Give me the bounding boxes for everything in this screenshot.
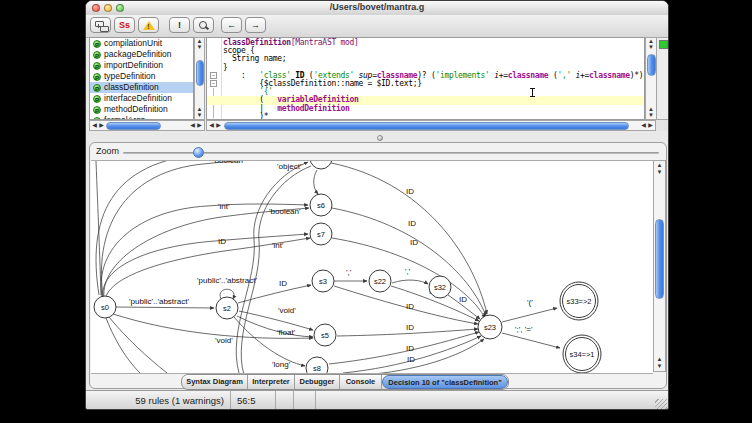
edge-label: 'public'..'abstract': [129, 297, 189, 306]
state-label: s3: [319, 277, 327, 286]
syntax-coloring-label: Ss: [119, 20, 130, 30]
ideas-button[interactable]: !: [169, 17, 190, 33]
dfa-edge: [116, 307, 214, 308]
decision-panel: Zoom 'boolean''object''int''boolean'ID'i…: [89, 142, 667, 389]
code-line[interactable]: classDefinition[MantraAST mod]: [223, 39, 644, 47]
state-label: s5: [321, 331, 329, 340]
resize-grip[interactable]: [655, 399, 667, 410]
state-label: s0: [101, 303, 109, 312]
sidebar-item-classDefinition[interactable]: PclassDefinition: [90, 82, 193, 93]
rule-name: classDefinition: [104, 82, 159, 92]
fold-gutter: − −: [207, 38, 222, 119]
parser-rule-icon: P: [93, 51, 101, 59]
window-title: /Users/bovet/mantra.g: [86, 2, 668, 12]
annotation-column: [656, 37, 669, 120]
edge-label: ID: [407, 355, 415, 364]
fold-marker[interactable]: −: [210, 72, 217, 79]
edge-label: 'long': [272, 360, 291, 369]
state-label: s2: [223, 304, 231, 313]
dfa-edge: [236, 162, 308, 373]
diagram-vscroll-thumb[interactable]: [655, 219, 664, 299]
rule-name: typeDefinition: [104, 71, 156, 81]
splitter-handle[interactable]: [377, 135, 383, 141]
code-line[interactable]: | methodDefinition: [223, 105, 644, 113]
back-button[interactable]: ←: [221, 17, 242, 33]
edge-label: ID: [406, 302, 414, 311]
zoom-slider[interactable]: [123, 152, 659, 154]
zoom-label: Zoom: [96, 146, 119, 156]
editor-hscrollbar[interactable]: ◀ ▶ ◀ ▶: [206, 120, 656, 131]
sidebar-hscrollbar[interactable]: ◀ ▶ ◀ ▶: [89, 120, 205, 131]
edge-label: 'float': [277, 328, 296, 337]
rule-name: methodDefinition: [104, 104, 168, 114]
rule-name: interfaceDefinition: [104, 93, 172, 103]
dfa-edge: [329, 332, 479, 364]
sidebar-item-methodDefinition[interactable]: PmethodDefinition: [90, 104, 193, 115]
state-label: s32: [434, 283, 446, 292]
sidebar-item-typeDefinition[interactable]: PtypeDefinition: [90, 71, 193, 82]
rules-view-button[interactable]: [90, 17, 111, 33]
rule-list: PcompilationUnitPpackageDefinitionPimpor…: [89, 37, 194, 120]
syntax-coloring-button[interactable]: Ss: [114, 17, 135, 33]
horizontal-splitter[interactable]: [86, 131, 668, 142]
status-caret-position: 56:5: [231, 391, 276, 410]
grammar-editor[interactable]: − − classDefinition[MantraAST mod]scope …: [206, 37, 645, 120]
dfa-svg: 'boolean''object''int''boolean'ID'int''p…: [91, 161, 653, 373]
sidebar-hscroll-thumb[interactable]: [106, 122, 161, 130]
sidebar-item-importDefinition[interactable]: PimportDefinition: [90, 60, 193, 71]
parser-rule-icon: P: [93, 73, 101, 81]
tab-debugger[interactable]: Debugger: [295, 375, 340, 389]
tab-console[interactable]: Console: [340, 375, 382, 389]
parser-rule-icon: P: [93, 106, 101, 114]
tab-syntax-diagram[interactable]: Syntax Diagram: [182, 375, 248, 389]
editor-hscroll-thumb[interactable]: [224, 122, 629, 130]
code-line[interactable]: String name;: [223, 55, 644, 63]
state-label: s23: [484, 323, 496, 332]
grammar-status-indicator: [659, 40, 668, 49]
dfa-edge: [331, 163, 487, 314]
status-cell: [294, 391, 316, 410]
sidebar-item-interfaceDefinition[interactable]: PinterfaceDefinition: [90, 93, 193, 104]
edge-label: ID: [406, 323, 414, 332]
edge-label: ID: [408, 219, 416, 228]
rule-name: importDefinition: [104, 60, 163, 70]
code-line[interactable]: )*: [223, 113, 644, 120]
state-label: s6: [317, 201, 325, 210]
code-line[interactable]: {$classDefinition::name = $ID.text;}: [223, 80, 644, 88]
edge-label: ID: [406, 187, 414, 196]
edge-label: ',': [346, 268, 352, 277]
warnings-button[interactable]: !: [138, 17, 159, 33]
edge-label: ';', '=': [515, 325, 533, 334]
fold-marker[interactable]: −: [210, 80, 217, 87]
edge-label: ID: [279, 279, 287, 288]
parser-rule-icon: P: [93, 62, 101, 70]
find-button[interactable]: [193, 17, 214, 33]
state-label: s8: [313, 364, 321, 373]
tab-interpreter[interactable]: Interpreter: [248, 375, 295, 389]
code-lines: classDefinition[MantraAST mod]scope { St…: [223, 39, 644, 120]
editor-vscroll-thumb[interactable]: [647, 54, 656, 76]
forward-button[interactable]: →: [245, 17, 266, 33]
dfa-diagram: 'boolean''object''int''boolean'ID'int''p…: [91, 160, 653, 374]
dfa-edge: [109, 317, 167, 373]
dfa-edge: [96, 161, 296, 295]
sidebar-item-compilationUnit[interactable]: PcompilationUnit: [90, 38, 193, 49]
rule-name: compilationUnit: [104, 38, 162, 48]
dfa-edge: [239, 311, 313, 330]
zoom-slider-thumb[interactable]: [193, 147, 204, 158]
sidebar-vscroll-thumb[interactable]: [196, 60, 204, 86]
titlebar: /Users/bovet/mantra.g: [86, 1, 668, 16]
state-label: s7: [317, 230, 325, 239]
sidebar-item-packageDefinition[interactable]: PpackageDefinition: [90, 49, 193, 60]
tab-decision-10-of-classdefinition[interactable]: Decision 10 of "classDefinition": [382, 375, 508, 389]
state-label: s22: [374, 277, 386, 286]
edge-label: ID: [218, 237, 226, 246]
edge-label: 'void': [278, 306, 296, 315]
edge-label: 'public'..'abstract': [197, 276, 257, 285]
sidebar-vscrollbar[interactable]: ▲ ▼ ▲ ▼: [194, 37, 205, 120]
diagram-vscrollbar[interactable]: ▲ ▼ ▲ ▼: [653, 160, 666, 372]
text-cursor: [532, 88, 533, 97]
tab-bar: Syntax DiagramInterpreterDebuggerConsole…: [181, 374, 509, 390]
edge-label: ID: [410, 238, 418, 247]
status-cell: [276, 391, 294, 410]
